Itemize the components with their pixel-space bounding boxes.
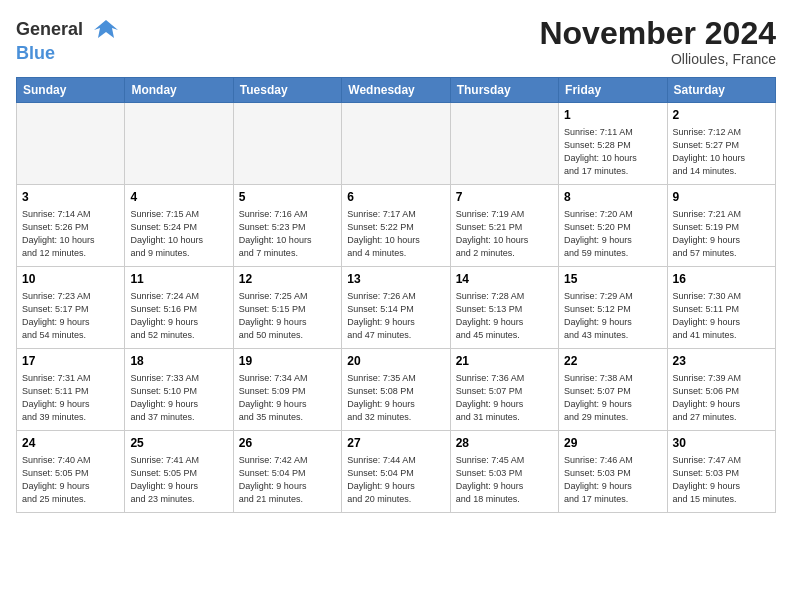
day-cell: 18Sunrise: 7:33 AM Sunset: 5:10 PM Dayli…	[125, 349, 233, 431]
day-info: Sunrise: 7:28 AM Sunset: 5:13 PM Dayligh…	[456, 290, 553, 342]
logo: General Blue	[16, 16, 120, 64]
day-number: 20	[347, 353, 444, 370]
day-number: 5	[239, 189, 336, 206]
day-cell	[450, 103, 558, 185]
weekday-header-wednesday: Wednesday	[342, 78, 450, 103]
day-number: 21	[456, 353, 553, 370]
weekday-header-sunday: Sunday	[17, 78, 125, 103]
day-info: Sunrise: 7:26 AM Sunset: 5:14 PM Dayligh…	[347, 290, 444, 342]
day-info: Sunrise: 7:20 AM Sunset: 5:20 PM Dayligh…	[564, 208, 661, 260]
day-number: 3	[22, 189, 119, 206]
day-number: 15	[564, 271, 661, 288]
day-info: Sunrise: 7:33 AM Sunset: 5:10 PM Dayligh…	[130, 372, 227, 424]
day-info: Sunrise: 7:35 AM Sunset: 5:08 PM Dayligh…	[347, 372, 444, 424]
day-number: 4	[130, 189, 227, 206]
day-number: 25	[130, 435, 227, 452]
day-number: 23	[673, 353, 770, 370]
day-cell: 6Sunrise: 7:17 AM Sunset: 5:22 PM Daylig…	[342, 185, 450, 267]
day-info: Sunrise: 7:12 AM Sunset: 5:27 PM Dayligh…	[673, 126, 770, 178]
logo-text-block: General Blue	[16, 16, 120, 64]
day-cell: 11Sunrise: 7:24 AM Sunset: 5:16 PM Dayli…	[125, 267, 233, 349]
day-info: Sunrise: 7:23 AM Sunset: 5:17 PM Dayligh…	[22, 290, 119, 342]
day-cell	[233, 103, 341, 185]
day-number: 8	[564, 189, 661, 206]
day-number: 6	[347, 189, 444, 206]
weekday-header-thursday: Thursday	[450, 78, 558, 103]
day-number: 28	[456, 435, 553, 452]
day-cell: 17Sunrise: 7:31 AM Sunset: 5:11 PM Dayli…	[17, 349, 125, 431]
weekday-header-tuesday: Tuesday	[233, 78, 341, 103]
day-cell: 23Sunrise: 7:39 AM Sunset: 5:06 PM Dayli…	[667, 349, 775, 431]
day-info: Sunrise: 7:11 AM Sunset: 5:28 PM Dayligh…	[564, 126, 661, 178]
day-cell: 1Sunrise: 7:11 AM Sunset: 5:28 PM Daylig…	[559, 103, 667, 185]
weekday-header-saturday: Saturday	[667, 78, 775, 103]
day-info: Sunrise: 7:44 AM Sunset: 5:04 PM Dayligh…	[347, 454, 444, 506]
header: General Blue November 2024 Ollioules, Fr…	[16, 16, 776, 67]
day-cell: 3Sunrise: 7:14 AM Sunset: 5:26 PM Daylig…	[17, 185, 125, 267]
day-info: Sunrise: 7:31 AM Sunset: 5:11 PM Dayligh…	[22, 372, 119, 424]
logo-general: General	[16, 19, 83, 39]
calendar: SundayMondayTuesdayWednesdayThursdayFrid…	[16, 77, 776, 513]
title-block: November 2024 Ollioules, France	[539, 16, 776, 67]
day-cell: 13Sunrise: 7:26 AM Sunset: 5:14 PM Dayli…	[342, 267, 450, 349]
day-cell: 9Sunrise: 7:21 AM Sunset: 5:19 PM Daylig…	[667, 185, 775, 267]
day-number: 11	[130, 271, 227, 288]
day-cell: 4Sunrise: 7:15 AM Sunset: 5:24 PM Daylig…	[125, 185, 233, 267]
day-cell: 12Sunrise: 7:25 AM Sunset: 5:15 PM Dayli…	[233, 267, 341, 349]
day-cell: 30Sunrise: 7:47 AM Sunset: 5:03 PM Dayli…	[667, 431, 775, 513]
day-cell: 21Sunrise: 7:36 AM Sunset: 5:07 PM Dayli…	[450, 349, 558, 431]
day-info: Sunrise: 7:16 AM Sunset: 5:23 PM Dayligh…	[239, 208, 336, 260]
day-info: Sunrise: 7:29 AM Sunset: 5:12 PM Dayligh…	[564, 290, 661, 342]
day-info: Sunrise: 7:45 AM Sunset: 5:03 PM Dayligh…	[456, 454, 553, 506]
day-number: 30	[673, 435, 770, 452]
day-info: Sunrise: 7:14 AM Sunset: 5:26 PM Dayligh…	[22, 208, 119, 260]
day-cell: 16Sunrise: 7:30 AM Sunset: 5:11 PM Dayli…	[667, 267, 775, 349]
day-info: Sunrise: 7:36 AM Sunset: 5:07 PM Dayligh…	[456, 372, 553, 424]
day-info: Sunrise: 7:38 AM Sunset: 5:07 PM Dayligh…	[564, 372, 661, 424]
day-number: 9	[673, 189, 770, 206]
day-number: 29	[564, 435, 661, 452]
day-number: 22	[564, 353, 661, 370]
day-number: 17	[22, 353, 119, 370]
day-cell: 15Sunrise: 7:29 AM Sunset: 5:12 PM Dayli…	[559, 267, 667, 349]
day-number: 24	[22, 435, 119, 452]
day-cell	[17, 103, 125, 185]
day-number: 10	[22, 271, 119, 288]
day-number: 16	[673, 271, 770, 288]
day-cell	[125, 103, 233, 185]
day-info: Sunrise: 7:34 AM Sunset: 5:09 PM Dayligh…	[239, 372, 336, 424]
day-number: 27	[347, 435, 444, 452]
day-number: 19	[239, 353, 336, 370]
day-info: Sunrise: 7:17 AM Sunset: 5:22 PM Dayligh…	[347, 208, 444, 260]
day-info: Sunrise: 7:40 AM Sunset: 5:05 PM Dayligh…	[22, 454, 119, 506]
day-info: Sunrise: 7:41 AM Sunset: 5:05 PM Dayligh…	[130, 454, 227, 506]
day-cell: 24Sunrise: 7:40 AM Sunset: 5:05 PM Dayli…	[17, 431, 125, 513]
day-cell: 26Sunrise: 7:42 AM Sunset: 5:04 PM Dayli…	[233, 431, 341, 513]
day-cell: 2Sunrise: 7:12 AM Sunset: 5:27 PM Daylig…	[667, 103, 775, 185]
day-number: 13	[347, 271, 444, 288]
day-info: Sunrise: 7:30 AM Sunset: 5:11 PM Dayligh…	[673, 290, 770, 342]
month-title: November 2024	[539, 16, 776, 51]
week-row-1: 1Sunrise: 7:11 AM Sunset: 5:28 PM Daylig…	[17, 103, 776, 185]
day-info: Sunrise: 7:21 AM Sunset: 5:19 PM Dayligh…	[673, 208, 770, 260]
day-cell: 28Sunrise: 7:45 AM Sunset: 5:03 PM Dayli…	[450, 431, 558, 513]
day-cell: 7Sunrise: 7:19 AM Sunset: 5:21 PM Daylig…	[450, 185, 558, 267]
day-info: Sunrise: 7:46 AM Sunset: 5:03 PM Dayligh…	[564, 454, 661, 506]
day-cell: 5Sunrise: 7:16 AM Sunset: 5:23 PM Daylig…	[233, 185, 341, 267]
day-cell: 22Sunrise: 7:38 AM Sunset: 5:07 PM Dayli…	[559, 349, 667, 431]
day-cell: 27Sunrise: 7:44 AM Sunset: 5:04 PM Dayli…	[342, 431, 450, 513]
weekday-header-monday: Monday	[125, 78, 233, 103]
logo-blue: Blue	[16, 43, 55, 63]
weekday-header-friday: Friday	[559, 78, 667, 103]
day-info: Sunrise: 7:15 AM Sunset: 5:24 PM Dayligh…	[130, 208, 227, 260]
week-row-3: 10Sunrise: 7:23 AM Sunset: 5:17 PM Dayli…	[17, 267, 776, 349]
week-row-2: 3Sunrise: 7:14 AM Sunset: 5:26 PM Daylig…	[17, 185, 776, 267]
day-number: 12	[239, 271, 336, 288]
day-cell	[342, 103, 450, 185]
day-cell: 14Sunrise: 7:28 AM Sunset: 5:13 PM Dayli…	[450, 267, 558, 349]
day-cell: 25Sunrise: 7:41 AM Sunset: 5:05 PM Dayli…	[125, 431, 233, 513]
day-cell: 8Sunrise: 7:20 AM Sunset: 5:20 PM Daylig…	[559, 185, 667, 267]
logo-bird-icon	[92, 16, 120, 44]
day-info: Sunrise: 7:42 AM Sunset: 5:04 PM Dayligh…	[239, 454, 336, 506]
day-number: 1	[564, 107, 661, 124]
